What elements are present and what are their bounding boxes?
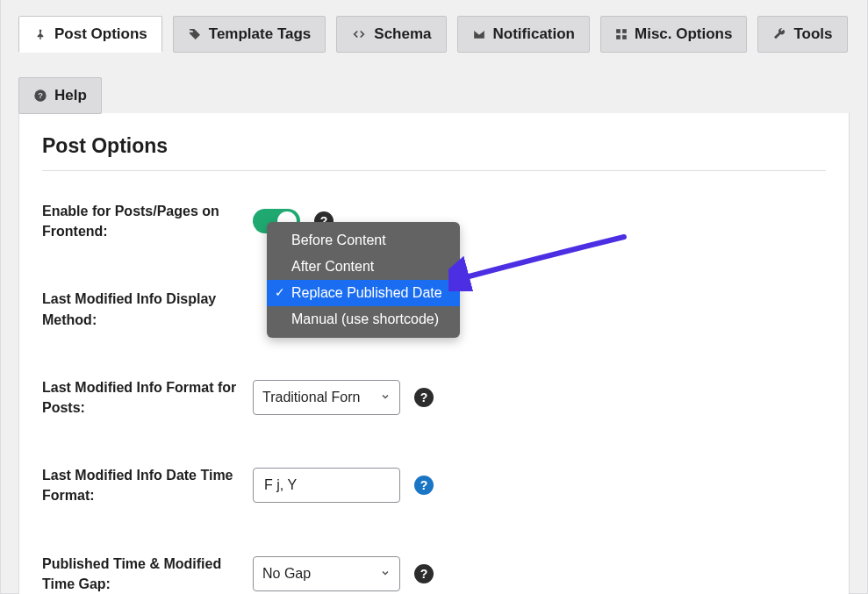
tab-label: Notification	[493, 25, 576, 43]
tag-icon	[188, 27, 202, 41]
tab-help[interactable]: ? Help	[18, 77, 102, 114]
help-icon[interactable]: ?	[414, 564, 434, 583]
tab-label: Schema	[374, 25, 431, 43]
gap-value: No Gap	[262, 566, 311, 582]
grid-icon	[615, 28, 628, 40]
wrench-icon	[772, 27, 786, 41]
tab-label: Tools	[793, 25, 832, 43]
pin-icon	[33, 27, 47, 41]
svg-rect-0	[39, 37, 40, 39]
page-title: Post Options	[42, 134, 826, 158]
row-format: Last Modified Info Format for Posts: Tra…	[42, 377, 826, 418]
chevron-down-icon	[380, 567, 391, 581]
settings-pane: Post Options Template Tags Schema Notifi…	[0, 0, 868, 594]
tab-template-tags[interactable]: Template Tags	[173, 16, 326, 53]
svg-rect-3	[622, 29, 627, 33]
row-gap: Published Time & Modified Time Gap: No G…	[42, 554, 826, 594]
tab-schema[interactable]: Schema	[336, 16, 446, 53]
svg-text:?: ?	[38, 91, 43, 100]
dropdown-item-after[interactable]: After Content	[267, 254, 460, 280]
datetime-input[interactable]: F j, Y	[253, 468, 400, 503]
svg-rect-2	[616, 29, 621, 33]
help-icon[interactable]: ?	[414, 388, 434, 407]
display-method-dropdown[interactable]: Before Content After Content Replace Pub…	[267, 222, 460, 338]
format-select[interactable]: Traditional Forn	[253, 380, 400, 415]
tab-bar: Post Options Template Tags Schema Notifi…	[18, 0, 850, 53]
tab-bar-second-row: ? Help	[18, 61, 850, 114]
format-value: Traditional Forn	[262, 390, 360, 405]
help-icon[interactable]: ?	[414, 476, 434, 495]
tab-tools[interactable]: Tools	[757, 16, 847, 53]
divider	[42, 170, 826, 171]
annotation-arrow	[448, 230, 633, 291]
format-label: Last Modified Info Format for Posts:	[42, 377, 253, 418]
code-icon	[351, 28, 367, 40]
dropdown-item-replace[interactable]: Replace Published Date	[267, 280, 460, 306]
dropdown-item-manual[interactable]: Manual (use shortcode)	[267, 306, 460, 333]
datetime-label: Last Modified Info Date Time Format:	[42, 465, 253, 505]
tab-label: Help	[54, 87, 87, 104]
tab-label: Misc. Options	[635, 25, 732, 43]
svg-rect-4	[616, 35, 621, 39]
panel: Post Options Enable for Posts/Pages on F…	[18, 113, 850, 594]
tab-notification[interactable]: Notification	[457, 16, 591, 53]
gap-label: Published Time & Modified Time Gap:	[42, 554, 253, 594]
mail-icon	[472, 28, 486, 40]
gap-select[interactable]: No Gap	[253, 556, 400, 591]
tab-post-options[interactable]: Post Options	[18, 16, 162, 53]
chevron-down-icon	[380, 390, 391, 404]
svg-rect-5	[622, 35, 627, 39]
dropdown-item-before[interactable]: Before Content	[267, 227, 460, 254]
help-icon: ?	[33, 89, 47, 103]
tab-misc-options[interactable]: Misc. Options	[600, 16, 747, 53]
row-datetime: Last Modified Info Date Time Format: F j…	[42, 465, 826, 505]
datetime-value: F j, Y	[264, 477, 297, 493]
enable-label: Enable for Posts/Pages on Frontend:	[42, 201, 253, 241]
display-method-label: Last Modified Info Display Method:	[42, 289, 253, 329]
tab-label: Template Tags	[209, 25, 312, 43]
tab-label: Post Options	[54, 25, 147, 43]
svg-point-1	[191, 31, 193, 32]
